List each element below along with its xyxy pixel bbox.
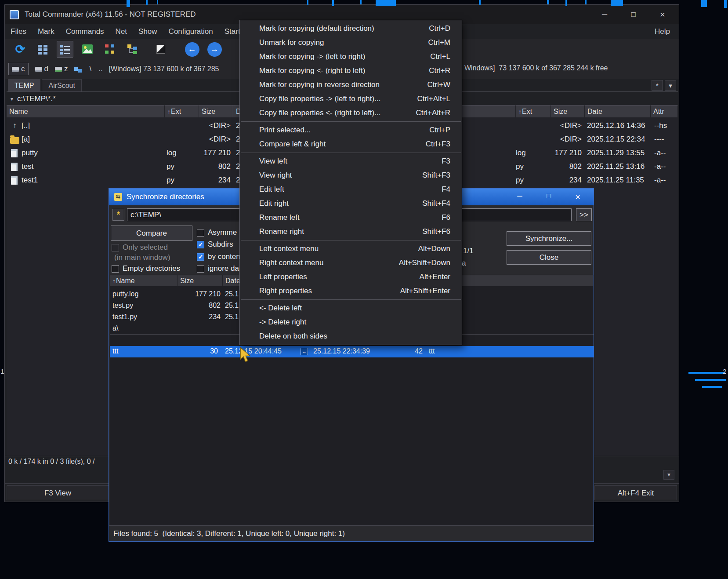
refresh-button[interactable]: ⟳ xyxy=(12,41,29,58)
menu-item-right-properties[interactable]: Right propertiesAlt+Shift+Enter xyxy=(240,284,462,298)
file-ext: log xyxy=(167,149,177,157)
full-view-button[interactable] xyxy=(57,41,73,58)
back-icon: ← xyxy=(185,42,199,57)
column-header-ext[interactable]: ↑Ext xyxy=(165,105,199,117)
checkbox-icon xyxy=(197,265,204,273)
menu-item-mark-default[interactable]: Mark for copying (default direction)Ctrl… xyxy=(240,22,462,36)
altf4-exit-button[interactable]: Alt+F4 Exit xyxy=(594,485,677,500)
menu-item-left-properties[interactable]: Left propertiesAlt+Enter xyxy=(240,270,462,284)
dialog-minimize-button[interactable]: ─ xyxy=(511,192,529,202)
dialog-maximize-button[interactable]: □ xyxy=(540,192,558,202)
history-button[interactable]: ▾ xyxy=(665,80,676,91)
checkbox-empty-directories[interactable]: Empty directories xyxy=(112,264,180,273)
menu-item-rename-right[interactable]: Rename rightShift+F6 xyxy=(240,225,462,239)
menu-item-mark-ltr[interactable]: Mark for copying -> (left to right)Ctrl+… xyxy=(240,50,462,64)
menu-files[interactable]: Files xyxy=(5,27,32,36)
tree-panel-icon xyxy=(126,43,138,55)
network-drive-button[interactable] xyxy=(74,67,82,71)
menu-help[interactable]: Help xyxy=(646,27,679,36)
column-header-size[interactable]: Size xyxy=(199,105,233,117)
column-label: Date xyxy=(587,108,602,115)
menu-item-mark-reverse[interactable]: Mark for copying in reverse directionCtr… xyxy=(240,78,462,92)
menu-item-label: Mark for copying (default direction) xyxy=(240,24,374,33)
menu-item-edit-right[interactable]: Edit rightShift+F4 xyxy=(240,197,462,211)
menu-item-shortcut: Shift+F6 xyxy=(422,227,462,236)
menu-item-view-left[interactable]: View leftF3 xyxy=(240,154,462,168)
menu-item-label: Edit right xyxy=(240,199,289,208)
column-header-name[interactable]: Name xyxy=(7,105,165,117)
menu-configuration[interactable]: Configuration xyxy=(163,27,219,36)
checkbox-only-selected[interactable]: Only selected xyxy=(112,243,168,252)
invert-selection-button[interactable] xyxy=(152,41,169,58)
checkbox-by-content[interactable]: by conten xyxy=(197,252,240,261)
menu-show[interactable]: Show xyxy=(133,27,163,36)
menu-item-view-right[interactable]: View rightShift+F3 xyxy=(240,168,462,182)
close-button[interactable]: × xyxy=(652,8,673,21)
column-header-size-right[interactable]: Size xyxy=(551,105,585,117)
menu-mark[interactable]: Mark xyxy=(32,27,60,36)
desktop-artifact xyxy=(127,0,130,7)
menu-item-mark-rtl[interactable]: Mark for copying <- (right to left)Ctrl+… xyxy=(240,64,462,78)
menu-item-shortcut: Shift+F3 xyxy=(422,171,462,180)
command-history-button[interactable]: ▾ xyxy=(663,470,674,480)
column-header-attr-right[interactable]: Attr xyxy=(651,105,678,117)
menu-item-edit-left[interactable]: Edit leftF4 xyxy=(240,182,462,197)
synchronize-button[interactable]: Synchronize... xyxy=(507,231,591,246)
file-ext: py xyxy=(516,162,524,171)
thumbnails-view-button[interactable] xyxy=(79,41,96,58)
menu-item-copy-props-ltr[interactable]: Copy file properties -> (left to right).… xyxy=(240,92,462,106)
minimize-button[interactable]: ─ xyxy=(594,8,615,21)
menu-commands[interactable]: Commands xyxy=(60,27,110,36)
checkbox-asymmetric[interactable]: Asymme xyxy=(197,228,237,237)
sync-column-header-name[interactable]: ↑Name xyxy=(110,275,177,286)
checkbox-ignore-date[interactable]: ignore da xyxy=(197,264,239,273)
drive-icon xyxy=(35,67,42,72)
left-panel-path[interactable]: ▼ c:\TEMP\*.* xyxy=(7,93,56,105)
maximize-button[interactable]: □ xyxy=(623,8,644,21)
desktop-artifact xyxy=(724,0,727,8)
tree-view-button[interactable] xyxy=(101,41,118,58)
menu-item-left-context-menu[interactable]: Left context menuAlt+Down xyxy=(240,242,462,256)
drive-combo[interactable]: c xyxy=(8,63,29,75)
close-dialog-button[interactable]: Close xyxy=(507,250,591,265)
menu-item-label: View right xyxy=(240,171,292,180)
file-name: [a] xyxy=(22,135,30,144)
menu-item-right-context-menu[interactable]: Right context menuAlt+Shift+Down xyxy=(240,256,462,270)
compare-button[interactable]: Compare xyxy=(111,226,192,241)
menu-item-delete-right[interactable]: -> Delete right xyxy=(240,315,462,329)
favorites-button[interactable]: * xyxy=(652,80,663,91)
drive-icon xyxy=(12,67,19,72)
menu-item-copy-props-rtl[interactable]: Copy file properties <- (right to left).… xyxy=(240,106,462,120)
menu-item-unmark[interactable]: Unmark for copyingCtrl+M xyxy=(240,36,462,50)
f3-view-button[interactable]: F3 View xyxy=(7,485,109,500)
sync-selected-row[interactable]: ttt 30 25.12.15 20:44:45 ← 25.12.15 22:3… xyxy=(110,346,594,357)
menu-item-delete-left[interactable]: <- Delete left xyxy=(240,301,462,315)
menu-item-label: Compare left & right xyxy=(240,140,326,149)
expand-path-button[interactable]: >> xyxy=(576,208,592,221)
menu-item-rename-left[interactable]: Rename leftF6 xyxy=(240,211,462,225)
checkbox-subdirs[interactable]: Subdirs xyxy=(197,240,233,249)
tree-panel-button[interactable] xyxy=(124,41,141,58)
column-header-date-right[interactable]: Date xyxy=(585,105,651,117)
drive-button-z[interactable]: z xyxy=(55,65,68,73)
column-header-ext-right[interactable]: ↑Ext xyxy=(516,105,551,117)
file-icon xyxy=(11,163,18,171)
menu-item-print-selected[interactable]: Print selected...Ctrl+P xyxy=(240,123,462,137)
menu-item-compare[interactable]: Compare left & rightCtrl+F3 xyxy=(240,137,462,151)
drive-button-d[interactable]: d xyxy=(35,65,48,73)
tab-airscout[interactable]: AirScout xyxy=(42,79,81,91)
dialog-close-button[interactable]: × xyxy=(569,192,587,202)
parent-dir-link[interactable]: .. xyxy=(98,65,102,73)
sync-column-header-size[interactable]: Size xyxy=(177,275,223,286)
path-options-button[interactable]: * xyxy=(112,209,124,221)
desktop-artifact xyxy=(688,372,725,374)
menu-item-delete-both[interactable]: Delete on both sides xyxy=(240,329,462,343)
checkbox-label: Asymme xyxy=(208,228,237,237)
tab-temp[interactable]: TEMP xyxy=(8,79,40,91)
drive-letter: d xyxy=(44,65,48,73)
menu-net[interactable]: Net xyxy=(110,27,133,36)
brief-view-button[interactable] xyxy=(34,41,51,58)
back-button[interactable]: ← xyxy=(184,41,200,58)
root-dir-link[interactable]: \ xyxy=(89,65,91,73)
forward-button[interactable]: → xyxy=(206,41,223,58)
